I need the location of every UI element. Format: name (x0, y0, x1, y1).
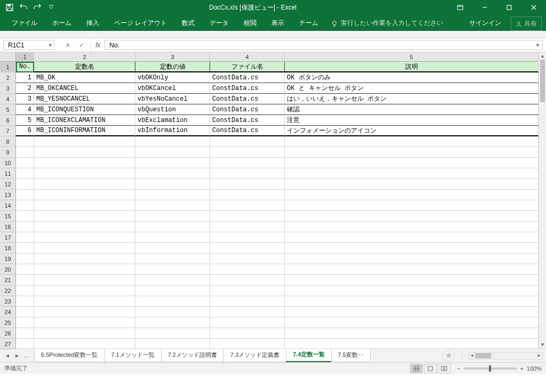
cell[interactable] (135, 222, 210, 232)
expand-formula-icon[interactable]: ▼ (535, 43, 540, 48)
ribbon-tab[interactable]: チーム (292, 15, 326, 31)
row-header[interactable]: 27 (0, 339, 15, 349)
cell[interactable] (135, 254, 210, 264)
ribbon-tab[interactable]: 表示 (264, 15, 292, 31)
cell[interactable] (210, 328, 285, 339)
row-header[interactable]: 8 (0, 136, 15, 147)
cell[interactable] (135, 296, 210, 307)
cell[interactable] (34, 136, 135, 147)
table-header-cell[interactable]: 説明 (285, 62, 539, 72)
row-header[interactable]: 6 (0, 115, 15, 126)
cell[interactable] (16, 275, 34, 285)
undo-button[interactable] (17, 1, 30, 14)
cell[interactable] (34, 200, 135, 211)
cell[interactable] (34, 243, 135, 254)
redo-button[interactable] (31, 1, 44, 14)
cell[interactable] (16, 190, 34, 200)
tab-next-icon[interactable]: ► (13, 353, 21, 358)
cell[interactable]: ConstData.cs (210, 126, 285, 136)
cell[interactable] (16, 158, 34, 168)
row-header[interactable]: 13 (0, 190, 15, 200)
cell[interactable] (135, 328, 210, 339)
cell[interactable] (285, 200, 539, 211)
column-header[interactable]: 4 (210, 52, 285, 61)
row-header[interactable]: 9 (0, 147, 15, 158)
cell[interactable] (210, 285, 285, 296)
cell[interactable] (285, 158, 539, 168)
cell[interactable] (34, 158, 135, 168)
row-header[interactable]: 7 (0, 126, 15, 136)
cell[interactable] (285, 339, 539, 348)
row-header[interactable]: 4 (0, 94, 15, 104)
hscroll-thumb[interactable] (475, 353, 491, 358)
row-header[interactable]: 17 (0, 232, 15, 243)
cell[interactable] (210, 136, 285, 147)
cell[interactable] (285, 211, 539, 222)
cell[interactable]: ConstData.cs (210, 83, 285, 94)
table-header-cell[interactable]: ファイル名 (210, 62, 285, 72)
cell[interactable] (16, 211, 34, 222)
maximize-button[interactable] (497, 0, 521, 15)
cell[interactable] (285, 136, 539, 147)
column-header[interactable]: 5 (285, 52, 539, 61)
cell[interactable] (34, 296, 135, 307)
cell[interactable] (210, 254, 285, 264)
table-header-cell[interactable]: 定数名 (34, 62, 135, 72)
cell[interactable]: MB_OK (34, 72, 135, 83)
horizontal-scrollbar[interactable]: ◄ ► (468, 352, 543, 360)
cell[interactable]: 6 (16, 126, 34, 136)
minimize-button[interactable] (472, 0, 497, 15)
tab-first-icon[interactable]: ◄ (3, 353, 12, 358)
sheet-tab[interactable]: 6.5Protected変数一覧 (34, 349, 105, 362)
cell[interactable] (285, 328, 539, 339)
cell[interactable]: vbQuestion (135, 104, 210, 115)
cell[interactable] (285, 264, 539, 275)
cell[interactable] (210, 179, 285, 190)
cell[interactable] (135, 136, 210, 147)
save-button[interactable] (3, 1, 16, 14)
cell[interactable] (16, 264, 34, 275)
zoom-level[interactable]: 100% (527, 365, 542, 372)
cell[interactable]: 注意 (285, 115, 539, 126)
row-header[interactable]: 25 (0, 317, 15, 328)
cell[interactable] (135, 168, 210, 179)
row-header[interactable]: 26 (0, 328, 15, 339)
cell[interactable] (16, 328, 34, 339)
cell[interactable] (135, 275, 210, 285)
row-header[interactable]: 2 (0, 72, 15, 83)
cell[interactable]: vbOKOnly (135, 72, 210, 83)
cell[interactable] (135, 339, 210, 348)
cell[interactable] (285, 254, 539, 264)
column-header[interactable]: 3 (135, 52, 210, 61)
cell[interactable]: MB_YESNOCANCEL (34, 94, 135, 104)
ribbon-tab[interactable]: 校閲 (236, 15, 264, 31)
cell[interactable] (135, 285, 210, 296)
cell[interactable] (210, 222, 285, 232)
row-header[interactable]: 20 (0, 264, 15, 275)
cell[interactable]: 5 (16, 115, 34, 126)
ribbon-tab[interactable]: 挿入 (79, 15, 107, 31)
cell[interactable] (285, 317, 539, 328)
cell[interactable] (210, 317, 285, 328)
cell[interactable]: 確認 (285, 104, 539, 115)
row-header[interactable]: 22 (0, 285, 15, 296)
cell[interactable] (210, 190, 285, 200)
cell[interactable] (285, 190, 539, 200)
cell[interactable] (285, 307, 539, 317)
sheet-tab[interactable]: 7.1メソッド一覧 (104, 349, 161, 362)
cell[interactable] (135, 200, 210, 211)
table-header-cell[interactable]: 定数の値 (135, 62, 210, 72)
new-sheet-button[interactable]: ⊕ (442, 350, 455, 361)
zoom-slider[interactable] (463, 368, 517, 370)
row-header[interactable]: 12 (0, 179, 15, 190)
cell[interactable] (16, 296, 34, 307)
cell[interactable]: 1 (16, 72, 34, 83)
sheet-tab[interactable]: 7.4定数一覧 (286, 349, 331, 362)
row-header[interactable]: 11 (0, 168, 15, 179)
scroll-left-icon[interactable]: ◄ (469, 353, 475, 359)
ribbon-display-button[interactable] (448, 0, 472, 15)
cell[interactable] (16, 147, 34, 158)
cell[interactable] (210, 264, 285, 275)
select-all-corner[interactable] (0, 52, 16, 61)
cell[interactable]: ConstData.cs (210, 94, 285, 104)
